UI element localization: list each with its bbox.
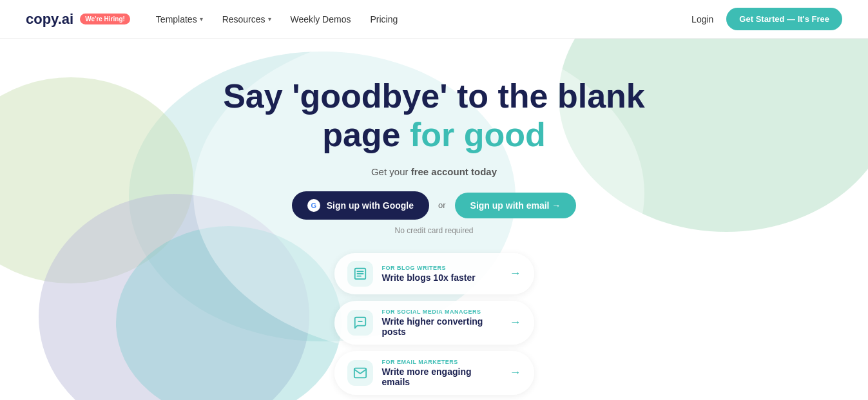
card-label-blog: FOR BLOG WRITERS: [382, 265, 501, 271]
hiring-badge: We're Hiring!: [80, 14, 130, 24]
card-title-blog: Write blogs 10x faster: [382, 272, 501, 283]
nav-right: Login Get Started — It's Free: [691, 8, 842, 30]
cta-row: G Sign up with Google or Sign up with em…: [292, 191, 577, 220]
or-divider: or: [438, 200, 446, 210]
social-icon: [347, 310, 373, 336]
hero-section: Say 'goodbye' to the blank page for good…: [0, 39, 868, 395]
hero-headline: Say 'goodbye' to the blank page for good: [223, 77, 645, 155]
feature-card-social[interactable]: FOR SOCIAL MEDIA MANAGERS Write higher c…: [334, 301, 534, 345]
nav-links: Templates ▾ Resources ▾ Weekly Demos Pri…: [156, 14, 691, 24]
nav-pricing[interactable]: Pricing: [370, 14, 398, 24]
card-arrow-icon: →: [510, 267, 521, 280]
feature-card-blog[interactable]: FOR BLOG WRITERS Write blogs 10x faster …: [334, 253, 534, 294]
blog-icon: [347, 261, 373, 287]
login-link[interactable]: Login: [691, 14, 713, 24]
nav-weekly-demos[interactable]: Weekly Demos: [291, 14, 351, 24]
navbar: copy.ai We're Hiring! Templates ▾ Resour…: [0, 0, 868, 39]
chevron-icon: ▾: [200, 15, 203, 23]
card-label-email: FOR EMAIL MARKETERS: [382, 359, 501, 365]
nav-resources[interactable]: Resources ▾: [222, 14, 271, 24]
google-icon: G: [307, 199, 320, 212]
google-signup-button[interactable]: G Sign up with Google: [292, 191, 429, 220]
logo-text: copy.ai: [26, 11, 73, 28]
card-title-social: Write higher converting posts: [382, 316, 501, 337]
card-arrow-icon: →: [510, 316, 521, 329]
card-label-social: FOR SOCIAL MEDIA MANAGERS: [382, 309, 501, 315]
email-signup-button[interactable]: Sign up with email →: [455, 193, 577, 218]
feature-cards: FOR BLOG WRITERS Write blogs 10x faster …: [334, 253, 534, 395]
card-title-email: Write more engaging emails: [382, 367, 501, 387]
logo-area: copy.ai We're Hiring!: [26, 11, 130, 28]
feature-card-email[interactable]: FOR EMAIL MARKETERS Write more engaging …: [334, 351, 534, 395]
get-started-button[interactable]: Get Started — It's Free: [726, 8, 842, 30]
card-arrow-icon: →: [510, 366, 521, 379]
nav-templates[interactable]: Templates ▾: [156, 14, 203, 24]
headline-accent: for good: [410, 116, 546, 153]
chevron-icon: ▾: [268, 15, 271, 23]
hero-subtext: Get your free account today: [371, 166, 497, 177]
no-credit-card-text: No credit card required: [394, 226, 473, 235]
email-icon: [347, 360, 373, 386]
